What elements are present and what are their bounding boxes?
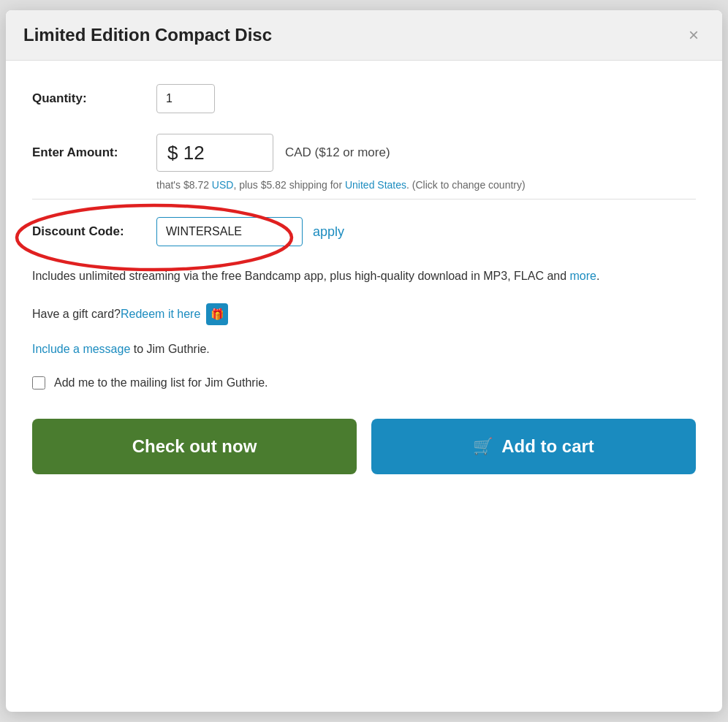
amount-currency: CAD ($12 or more) xyxy=(285,145,390,160)
discount-input[interactable] xyxy=(156,217,303,246)
message-suffix: to Jim Guthrie. xyxy=(130,343,209,355)
message-row: Include a message to Jim Guthrie. xyxy=(32,343,696,356)
mailing-checkbox[interactable] xyxy=(32,376,45,390)
modal-header: Limited Edition Compact Disc × xyxy=(6,10,722,61)
discount-row: Discount Code: apply xyxy=(32,217,696,246)
modal-dialog: Limited Edition Compact Disc × Quantity:… xyxy=(6,10,722,712)
amount-row: Enter Amount: CAD ($12 or more) xyxy=(32,134,696,172)
discount-label: Discount Code: xyxy=(32,224,156,239)
hint-middle: , plus $5.82 shipping for xyxy=(233,179,345,191)
amount-hint: that's $8.72 USD, plus $5.82 shipping fo… xyxy=(156,178,696,193)
add-to-cart-button[interactable]: 🛒 Add to cart xyxy=(371,419,696,474)
amount-section: Enter Amount: CAD ($12 or more) that's $… xyxy=(32,134,696,193)
more-link[interactable]: more xyxy=(570,270,596,282)
mailing-list-row: Add me to the mailing list for Jim Guthr… xyxy=(32,376,696,390)
apply-button[interactable]: apply xyxy=(313,224,344,240)
amount-input[interactable] xyxy=(156,134,273,172)
amount-label: Enter Amount: xyxy=(32,145,156,160)
checkout-button[interactable]: Check out now xyxy=(32,419,357,474)
gift-card-row: Have a gift card? Redeem it here 🎁 xyxy=(32,303,696,325)
discount-section: Discount Code: apply xyxy=(32,217,696,246)
hint-suffix: . (Click to change country) xyxy=(406,179,526,191)
modal-body: Quantity: Enter Amount: CAD ($12 or more… xyxy=(6,61,722,501)
quantity-row: Quantity: xyxy=(32,84,696,113)
quantity-input[interactable] xyxy=(156,84,215,113)
hint-prefix: that's $8.72 xyxy=(156,179,212,191)
mailing-label: Add me to the mailing list for Jim Guthr… xyxy=(54,376,268,390)
include-message-link[interactable]: Include a message xyxy=(32,343,130,355)
country-link[interactable]: United States xyxy=(345,179,406,191)
usd-link[interactable]: USD xyxy=(212,179,234,191)
quantity-label: Quantity: xyxy=(32,91,156,106)
modal-title: Limited Edition Compact Disc xyxy=(23,25,272,45)
redeem-link[interactable]: Redeem it here xyxy=(121,308,200,321)
gift-prefix: Have a gift card? xyxy=(32,308,121,321)
streaming-suffix: . xyxy=(596,270,599,282)
gift-icon[interactable]: 🎁 xyxy=(206,303,228,325)
divider xyxy=(32,199,696,200)
streaming-prefix: Includes unlimited streaming via the fre… xyxy=(32,270,570,282)
action-buttons: Check out now 🛒 Add to cart xyxy=(32,419,696,474)
cart-icon: 🛒 xyxy=(473,437,493,456)
add-to-cart-label: Add to cart xyxy=(501,436,594,457)
close-button[interactable]: × xyxy=(683,23,705,47)
streaming-info: Includes unlimited streaming via the fre… xyxy=(32,267,696,286)
